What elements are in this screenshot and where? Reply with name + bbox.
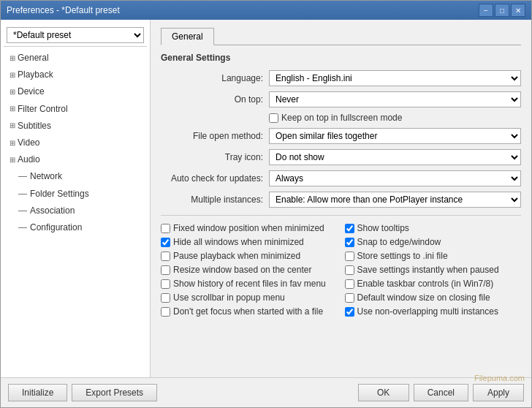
tray-icon-control: Do not show Show Minimize to tray xyxy=(269,149,521,165)
checkbox-store-settings-ini-input[interactable] xyxy=(345,252,354,261)
sidebar-item-network[interactable]: —Network xyxy=(4,168,147,185)
apply-button[interactable]: Apply xyxy=(473,384,524,401)
on-top-label: On top: xyxy=(161,94,263,105)
sidebar-item-filter-control[interactable]: ⊞Filter Control xyxy=(4,101,147,118)
checkbox-dont-get-focus-input[interactable] xyxy=(161,307,170,317)
expand-icon: ⊞ xyxy=(10,154,15,166)
language-row: Language: English - English.ini xyxy=(161,70,521,86)
multiple-instances-control: Enable: Allow more than one PotPlayer in… xyxy=(269,192,521,208)
right-panel: General General Settings Language: Engli… xyxy=(151,20,531,377)
checkbox-hide-all-windows-input[interactable] xyxy=(161,238,170,247)
ok-button[interactable]: OK xyxy=(358,384,409,401)
checkbox-use-scrollbar[interactable]: Use scrollbar in popup menu xyxy=(161,292,338,303)
checkbox-hide-all-windows[interactable]: Hide all windows when minimized xyxy=(161,237,338,247)
expand-icon: ⊞ xyxy=(10,69,15,81)
checkbox-enable-taskbar[interactable]: Enable taskbar controls (in Win7/8) xyxy=(345,279,522,289)
checkbox-snap-to-edge-input[interactable] xyxy=(345,238,354,247)
checkbox-show-tooltips[interactable]: Show tooltips xyxy=(345,223,522,233)
auto-check-dropdown[interactable]: Always Never Weekly xyxy=(269,170,521,186)
checkbox-enable-taskbar-input[interactable] xyxy=(345,279,354,289)
checkbox-use-scrollbar-input[interactable] xyxy=(161,293,170,303)
expand-icon: ⊞ xyxy=(10,120,15,132)
checkbox-snap-to-edge[interactable]: Snap to edge/window xyxy=(345,237,522,247)
checkbox-fixed-window[interactable]: Fixed window position when minimized xyxy=(161,223,338,233)
multiple-instances-dropdown[interactable]: Enable: Allow more than one PotPlayer in… xyxy=(269,192,521,208)
expand-icon: ⊞ xyxy=(10,86,15,98)
language-control: English - English.ini xyxy=(269,70,521,86)
initialize-button[interactable]: Initialize xyxy=(8,384,67,401)
checkbox-fixed-window-input[interactable] xyxy=(161,224,170,233)
export-presets-button[interactable]: Export Presets xyxy=(72,384,157,401)
keep-on-top-row: Keep on top in fullscreen mode xyxy=(161,113,521,123)
checkbox-pause-playback[interactable]: Pause playback when minimized xyxy=(161,251,338,261)
file-open-dropdown[interactable]: Open similar files together Open files t… xyxy=(269,128,521,144)
preset-dropdown[interactable]: *Default preset xyxy=(7,27,144,43)
sidebar: *Default preset ⊞General ⊞Playback ⊞Devi… xyxy=(1,20,151,377)
language-dropdown[interactable]: English - English.ini xyxy=(269,70,521,86)
expand-icon: ⊞ xyxy=(10,53,15,64)
checkbox-store-settings-ini[interactable]: Store settings to .ini file xyxy=(345,251,522,261)
multiple-instances-label: Multiple instances: xyxy=(161,194,263,205)
checkbox-grid: Fixed window position when minimized Sho… xyxy=(161,215,521,317)
tray-icon-dropdown[interactable]: Do not show Show Minimize to tray xyxy=(269,149,521,165)
tab-bar: General xyxy=(161,27,521,45)
checkbox-show-history-input[interactable] xyxy=(161,279,170,289)
checkbox-show-history[interactable]: Show history of recent files in fav menu xyxy=(161,279,338,289)
checkbox-dont-get-focus[interactable]: Don't get focus when started with a file xyxy=(161,306,338,317)
dash-icon: — xyxy=(18,204,27,218)
sidebar-item-video[interactable]: ⊞Video xyxy=(4,135,147,151)
file-open-control: Open similar files together Open files t… xyxy=(269,128,521,144)
keep-on-top-control: Keep on top in fullscreen mode xyxy=(269,113,521,123)
language-label: Language: xyxy=(161,73,263,83)
sidebar-item-device[interactable]: ⊞Device xyxy=(4,83,147,100)
tray-icon-row: Tray icon: Do not show Show Minimize to … xyxy=(161,149,521,165)
keep-on-top-label[interactable]: Keep on top in fullscreen mode xyxy=(269,113,521,123)
checkbox-resize-window-input[interactable] xyxy=(161,265,170,275)
dash-icon: — xyxy=(18,170,27,184)
cancel-button[interactable]: Cancel xyxy=(414,384,468,401)
sidebar-item-subtitles[interactable]: ⊞Subtitles xyxy=(4,118,147,135)
tray-icon-label: Tray icon: xyxy=(161,152,263,162)
file-open-row: File open method: Open similar files tog… xyxy=(161,128,521,144)
sidebar-item-audio[interactable]: ⊞Audio xyxy=(4,151,147,168)
auto-check-control: Always Never Weekly xyxy=(269,170,521,186)
keep-on-top-checkbox[interactable] xyxy=(269,113,278,123)
window-title: Preferences - *Default preset xyxy=(7,5,120,15)
maximize-button[interactable]: □ xyxy=(495,4,509,17)
checkbox-use-non-overlapping[interactable]: Use non-overlapping multi instances xyxy=(345,306,522,317)
title-bar-controls: − □ ✕ xyxy=(479,4,525,17)
expand-icon: ⊞ xyxy=(10,103,15,115)
on-top-control: Never Always When playing xyxy=(269,91,521,107)
checkbox-pause-playback-input[interactable] xyxy=(161,252,170,261)
minimize-button[interactable]: − xyxy=(479,4,493,17)
top-section: *Default preset ⊞General ⊞Playback ⊞Devi… xyxy=(1,20,531,377)
sidebar-item-folder-settings[interactable]: —Folder Settings xyxy=(4,186,147,203)
title-bar: Preferences - *Default preset − □ ✕ xyxy=(1,1,531,20)
checkbox-save-settings-instantly-input[interactable] xyxy=(345,265,354,275)
dash-icon: — xyxy=(18,221,27,235)
sidebar-item-general[interactable]: ⊞General xyxy=(4,50,147,67)
file-open-label: File open method: xyxy=(161,131,263,141)
tab-general[interactable]: General xyxy=(161,28,214,45)
checkbox-show-tooltips-input[interactable] xyxy=(345,224,354,233)
close-button[interactable]: ✕ xyxy=(511,4,525,17)
checkbox-use-non-overlapping-input[interactable] xyxy=(345,307,354,317)
checkbox-default-window-size[interactable]: Default window size on closing file xyxy=(345,292,522,303)
main-content: *Default preset ⊞General ⊞Playback ⊞Devi… xyxy=(1,20,531,407)
section-title: General Settings xyxy=(161,53,521,63)
expand-icon: ⊞ xyxy=(10,137,15,149)
sidebar-item-configuration[interactable]: —Configuration xyxy=(4,219,147,236)
preset-dropdown-container: *Default preset xyxy=(4,24,147,47)
sidebar-item-association[interactable]: —Association xyxy=(4,203,147,219)
bottom-left: Initialize Export Presets xyxy=(8,384,157,401)
auto-check-label: Auto check for updates: xyxy=(161,173,263,184)
bottom-bar: Initialize Export Presets OK Cancel Appl… xyxy=(1,377,531,407)
checkbox-default-window-size-input[interactable] xyxy=(345,293,354,303)
on-top-dropdown[interactable]: Never Always When playing xyxy=(269,91,521,107)
sidebar-item-playback[interactable]: ⊞Playback xyxy=(4,67,147,83)
multiple-instances-row: Multiple instances: Enable: Allow more t… xyxy=(161,192,521,208)
bottom-right: OK Cancel Apply xyxy=(358,384,524,401)
checkbox-save-settings-instantly[interactable]: Save settings instantly when paused xyxy=(345,265,522,275)
watermark: Filepuma.com xyxy=(474,374,525,382)
checkbox-resize-window[interactable]: Resize window based on the center xyxy=(161,265,338,275)
